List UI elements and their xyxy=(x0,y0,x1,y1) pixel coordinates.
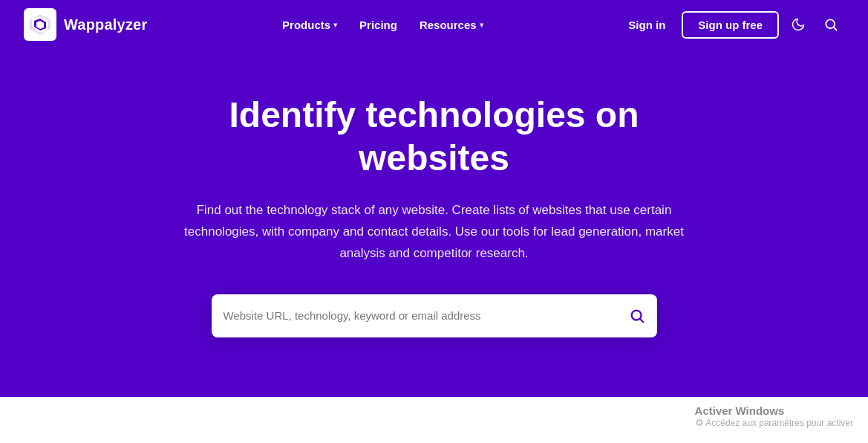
signup-button[interactable]: Sign up free xyxy=(682,11,779,39)
search-submit-button[interactable] xyxy=(629,308,645,324)
products-chevron-icon: ▾ xyxy=(333,21,337,29)
svg-line-8 xyxy=(640,319,643,322)
navbar-actions: Sign in Sign up free xyxy=(618,11,844,39)
svg-line-6 xyxy=(834,28,837,30)
nav-products[interactable]: Products ▾ xyxy=(273,13,346,37)
resources-chevron-icon: ▾ xyxy=(480,21,483,29)
moon-icon xyxy=(791,17,806,32)
search-icon xyxy=(823,17,838,32)
main-nav: Products ▾ Pricing Resources ▾ xyxy=(273,13,492,37)
nav-pricing[interactable]: Pricing xyxy=(350,13,406,37)
navbar: Wappalyzer Products ▾ Pricing Resources … xyxy=(0,0,868,49)
search-button[interactable] xyxy=(818,11,844,38)
navbar-brand: Wappalyzer xyxy=(24,8,147,41)
search-submit-icon xyxy=(629,308,645,324)
search-input[interactable] xyxy=(223,309,629,322)
hero-subtitle: Find out the technology stack of any web… xyxy=(182,200,687,265)
signin-link[interactable]: Sign in xyxy=(618,13,676,37)
hero-title: Identify technologies on websites xyxy=(156,94,713,179)
hero-section: Identify technologies on websites Find o… xyxy=(0,49,868,397)
nav-resources[interactable]: Resources ▾ xyxy=(411,13,492,37)
features-section: Empower your sales and marketing teams xyxy=(0,397,868,443)
logo-icon[interactable] xyxy=(24,8,56,41)
search-bar xyxy=(212,294,657,337)
brand-name: Wappalyzer xyxy=(64,16,147,33)
dark-mode-button[interactable] xyxy=(785,11,812,38)
